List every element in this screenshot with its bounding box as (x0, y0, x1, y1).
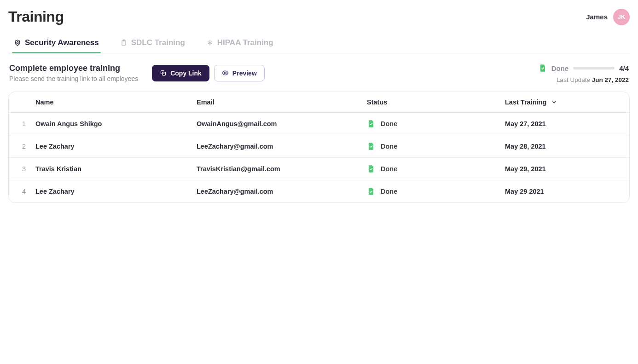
cell-date: May 27, 2021 (505, 120, 626, 127)
cell-email: TravisKristian@gmail.com (197, 165, 367, 173)
page-title: Training (8, 8, 64, 25)
summary-status-label: Done (551, 64, 569, 72)
col-name: Name (35, 98, 197, 106)
document-check-icon (367, 164, 375, 173)
user-menu[interactable]: James JK (586, 9, 630, 25)
eye-icon (222, 69, 229, 76)
tab-label: SDLC Training (131, 38, 185, 47)
preview-label: Preview (232, 69, 257, 77)
cell-name: Travis Kristian (35, 165, 197, 173)
document-check-icon (367, 142, 375, 151)
status-text: Done (381, 165, 397, 173)
table-row[interactable]: 2 Lee Zachary LeeZachary@gmail.com Done … (9, 135, 629, 158)
copy-link-button[interactable]: Copy Link (152, 65, 209, 81)
cell-email: LeeZachary@gmail.com (197, 188, 367, 195)
status-text: Done (381, 143, 397, 150)
chevron-down-icon (551, 99, 557, 105)
cell-name: Lee Zachary (35, 188, 197, 195)
cell-name: Lee Zachary (35, 143, 197, 150)
cell-status: Done (367, 119, 505, 128)
cell-date: May 28, 2021 (505, 143, 626, 150)
document-check-icon (367, 119, 375, 128)
cell-status: Done (367, 164, 505, 173)
cell-date: May 29, 2021 (505, 165, 626, 173)
medical-icon (206, 39, 214, 46)
preview-button[interactable]: Preview (214, 65, 265, 81)
lock-shield-icon (14, 39, 21, 46)
col-last-training-label: Last Training (505, 98, 546, 106)
cell-name: Owain Angus Shikgo (35, 120, 197, 127)
copy-icon (160, 69, 167, 76)
training-table: Name Email Status Last Training 1 Owain … (8, 92, 630, 203)
svg-rect-0 (17, 42, 18, 44)
row-index: 4 (12, 188, 35, 195)
tab-security-awareness[interactable]: Security Awareness (12, 34, 101, 53)
cell-status: Done (367, 142, 505, 151)
progress-bar (573, 67, 615, 69)
row-index: 1 (12, 120, 35, 127)
table-header: Name Email Status Last Training (9, 92, 629, 113)
summary-count: 4/4 (619, 64, 629, 72)
table-row[interactable]: 3 Travis Kristian TravisKristian@gmail.c… (9, 158, 629, 180)
tab-label: HIPAA Training (217, 38, 273, 47)
summary-status: Done 4/4 (539, 64, 629, 73)
cell-email: LeeZachary@gmail.com (197, 143, 367, 150)
page-header: Training James JK (8, 8, 630, 25)
copy-link-label: Copy Link (170, 69, 202, 77)
section-heading: Complete employee training (9, 64, 138, 73)
document-check-icon (539, 64, 547, 73)
clipboard-icon (120, 39, 128, 46)
col-status: Status (367, 98, 505, 106)
tab-sdlc-training[interactable]: SDLC Training (118, 34, 187, 53)
status-text: Done (381, 188, 397, 195)
user-name: James (586, 13, 608, 21)
cell-status: Done (367, 187, 505, 196)
last-update-date: Jun 27, 2022 (592, 76, 629, 83)
tab-hipaa-training[interactable]: HIPAA Training (204, 34, 275, 53)
last-update-label: Last Update (557, 76, 590, 83)
section-sub: Please send the training link to all emp… (9, 75, 138, 82)
row-index: 3 (12, 165, 35, 173)
svg-point-5 (224, 72, 226, 74)
col-email: Email (197, 98, 367, 106)
col-last-training[interactable]: Last Training (505, 98, 626, 106)
table-row[interactable]: 4 Lee Zachary LeeZachary@gmail.com Done … (9, 180, 629, 202)
last-update: Last Update Jun 27, 2022 (539, 76, 629, 83)
status-text: Done (381, 120, 397, 127)
row-index: 2 (12, 143, 35, 150)
table-row[interactable]: 1 Owain Angus Shikgo OwainAngus@gmail.co… (9, 113, 629, 135)
section-bar: Complete employee training Please send t… (8, 64, 630, 83)
cell-date: May 29 2021 (505, 188, 626, 195)
document-check-icon (367, 187, 375, 196)
tabs: Security Awareness SDLC Training HIPAA T… (8, 34, 630, 53)
tab-label: Security Awareness (25, 38, 99, 47)
cell-email: OwainAngus@gmail.com (197, 120, 367, 127)
avatar[interactable]: JK (613, 9, 630, 25)
